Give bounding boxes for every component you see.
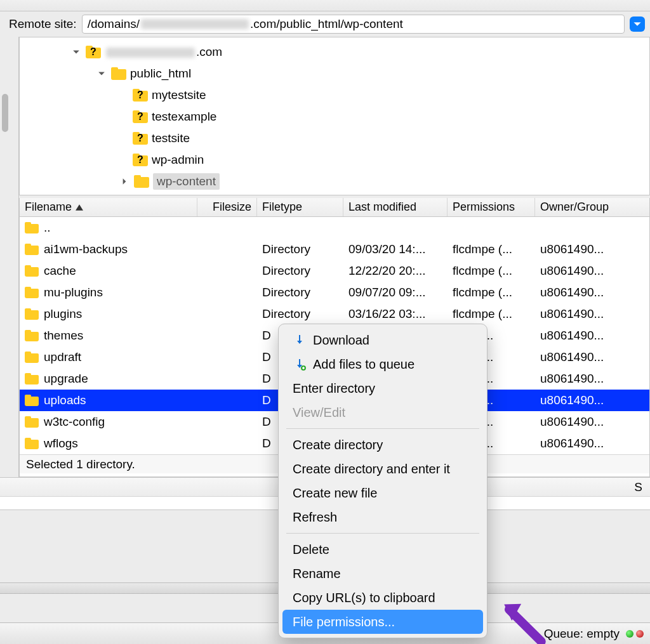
file-type bbox=[257, 217, 343, 239]
tree-row[interactable]: ? mytestsite bbox=[20, 84, 649, 106]
disclosure-closed-icon[interactable] bbox=[119, 176, 130, 187]
col-header-ownergroup[interactable]: Owner/Group bbox=[535, 198, 649, 216]
tree-row[interactable]: ? .com bbox=[20, 41, 649, 63]
ctx-separator bbox=[286, 428, 479, 429]
file-modified bbox=[343, 217, 448, 239]
question-folder-icon: ? bbox=[133, 154, 148, 166]
tree-label: wp-content bbox=[153, 173, 220, 190]
log-col-s[interactable]: S bbox=[634, 480, 647, 494]
file-name: uploads bbox=[44, 393, 86, 407]
tree-label: testsite bbox=[152, 131, 190, 145]
file-owner: u8061490... bbox=[535, 303, 649, 325]
file-name: ai1wm-backups bbox=[44, 242, 128, 256]
file-owner: u8061490... bbox=[535, 325, 649, 346]
file-type: Directory bbox=[257, 282, 343, 303]
tree-row[interactable]: ? testsite bbox=[20, 128, 649, 149]
col-header-filetype[interactable]: Filetype bbox=[257, 198, 343, 216]
file-owner: u8061490... bbox=[535, 433, 649, 454]
download-icon bbox=[293, 333, 307, 347]
ctx-refresh[interactable]: Refresh bbox=[282, 505, 483, 529]
file-row[interactable]: cacheDirectory12/22/20 20:...flcdmpe (..… bbox=[20, 260, 649, 282]
tree-row[interactable]: ? testexample bbox=[20, 106, 649, 128]
folder-icon bbox=[134, 175, 149, 188]
file-owner: u8061490... bbox=[535, 282, 649, 303]
file-row[interactable]: ai1wm-backupsDirectory09/03/20 14:...flc… bbox=[20, 239, 649, 260]
file-name: updraft bbox=[44, 350, 81, 364]
disclosure-open-icon[interactable] bbox=[96, 68, 107, 79]
question-folder-icon: ? bbox=[133, 89, 148, 102]
ctx-download[interactable]: Download bbox=[282, 328, 483, 352]
file-row[interactable]: mu-pluginsDirectory09/07/20 09:...flcdmp… bbox=[20, 282, 649, 303]
file-owner bbox=[535, 217, 649, 239]
remote-site-path-input[interactable]: /domains/ .com/public_html/wp-content bbox=[82, 15, 625, 34]
file-name: themes bbox=[44, 329, 83, 343]
file-size bbox=[197, 217, 257, 239]
tree-row[interactable]: public_html bbox=[20, 63, 649, 84]
file-name: mu-plugins bbox=[44, 286, 103, 299]
folder-icon bbox=[25, 438, 39, 449]
file-owner: u8061490... bbox=[535, 346, 649, 368]
file-type: Directory bbox=[257, 260, 343, 282]
ctx-create-directory[interactable]: Create directory bbox=[282, 433, 483, 457]
ctx-create-file[interactable]: Create new file bbox=[282, 481, 483, 505]
file-size bbox=[197, 346, 257, 368]
tree-label: .com bbox=[105, 45, 222, 59]
file-size bbox=[197, 411, 257, 433]
disclosure-open-icon[interactable] bbox=[70, 46, 82, 58]
ctx-separator bbox=[286, 533, 479, 534]
folder-icon bbox=[25, 308, 39, 320]
ctx-enter-directory[interactable]: Enter directory bbox=[282, 376, 483, 400]
col-header-permissions[interactable]: Permissions bbox=[448, 198, 535, 216]
folder-icon bbox=[25, 416, 39, 428]
ctx-file-permissions[interactable]: File permissions... bbox=[282, 610, 483, 634]
tree-label: mytestsite bbox=[152, 88, 206, 102]
path-history-dropdown[interactable] bbox=[630, 16, 645, 32]
file-name: cache bbox=[44, 264, 76, 278]
annotation-arrow-icon bbox=[489, 595, 559, 644]
path-suffix: .com/public_html/wp-content bbox=[250, 17, 403, 31]
file-type: Directory bbox=[257, 239, 343, 260]
file-row[interactable]: .. bbox=[20, 217, 649, 239]
question-folder-icon: ? bbox=[133, 110, 148, 123]
tree-label: public_html bbox=[130, 67, 191, 81]
file-permissions: flcdmpe (... bbox=[448, 303, 535, 325]
ctx-copy-url[interactable]: Copy URL(s) to clipboard bbox=[282, 586, 483, 610]
tree-label: testexample bbox=[152, 110, 216, 124]
ctx-create-directory-enter[interactable]: Create directory and enter it bbox=[282, 457, 483, 481]
ctx-delete[interactable]: Delete bbox=[282, 537, 483, 562]
file-row[interactable]: pluginsDirectory03/16/22 03:...flcdmpe (… bbox=[20, 303, 649, 325]
col-header-lastmodified[interactable]: Last modified bbox=[343, 198, 448, 216]
redacted-domain bbox=[141, 19, 249, 29]
file-owner: u8061490... bbox=[535, 390, 649, 411]
col-header-filesize[interactable]: Filesize bbox=[197, 198, 257, 216]
remote-tree[interactable]: ? .com public_html ? mytestsite ? testex… bbox=[19, 37, 650, 195]
file-size bbox=[197, 303, 257, 325]
file-permissions: flcdmpe (... bbox=[448, 282, 535, 303]
remote-site-row: Remote site: /domains/ .com/public_html/… bbox=[0, 11, 650, 37]
context-menu: Download Add files to queue Enter direct… bbox=[278, 324, 488, 638]
col-header-filename[interactable]: Filename bbox=[20, 198, 197, 216]
tree-row-selected[interactable]: wp-content bbox=[20, 171, 649, 192]
toolbar-strip bbox=[0, 0, 650, 11]
file-name: upgrade bbox=[44, 372, 88, 386]
file-type: Directory bbox=[257, 303, 343, 325]
folder-icon bbox=[25, 244, 39, 255]
file-size bbox=[197, 260, 257, 282]
file-modified: 09/07/20 09:... bbox=[343, 282, 448, 303]
file-size bbox=[197, 282, 257, 303]
file-name: plugins bbox=[44, 307, 82, 321]
ctx-add-queue[interactable]: Add files to queue bbox=[282, 352, 483, 376]
status-dot-red bbox=[636, 630, 644, 638]
tree-row[interactable]: ? wp-admin bbox=[20, 149, 649, 171]
ctx-rename[interactable]: Rename bbox=[282, 562, 483, 586]
path-prefix: /domains/ bbox=[88, 17, 140, 31]
folder-icon bbox=[25, 265, 39, 277]
folder-icon bbox=[111, 67, 126, 80]
file-permissions: flcdmpe (... bbox=[448, 239, 535, 260]
tree-label: wp-admin bbox=[152, 153, 204, 167]
folder-icon bbox=[25, 395, 39, 406]
queue-status: Queue: empty bbox=[544, 627, 620, 641]
remote-site-label: Remote site: bbox=[9, 17, 77, 31]
left-panel-gutter[interactable] bbox=[0, 37, 19, 477]
chevron-down-icon bbox=[633, 20, 642, 29]
